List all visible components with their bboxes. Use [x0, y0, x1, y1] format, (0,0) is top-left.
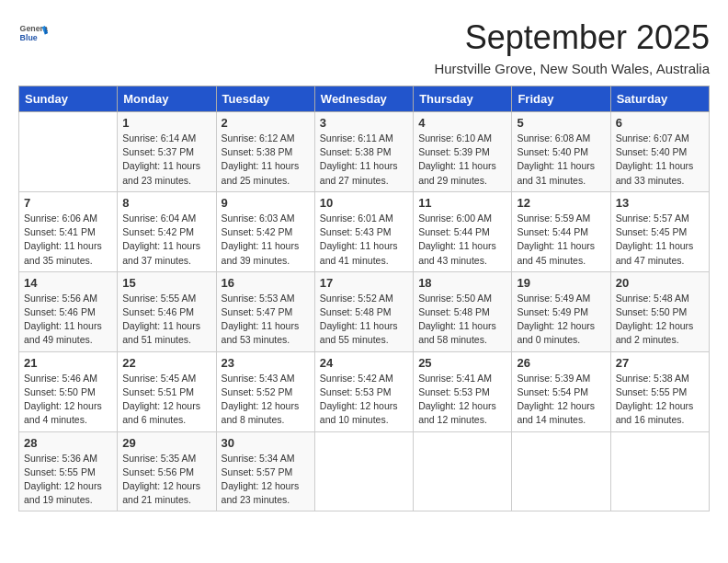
day-number: 22	[122, 356, 210, 370]
calendar-cell: 15Sunrise: 5:55 AM Sunset: 5:46 PM Dayli…	[118, 271, 216, 351]
day-number: 20	[616, 276, 704, 290]
day-info: Sunrise: 5:59 AM Sunset: 5:44 PM Dayligh…	[517, 212, 605, 268]
day-number: 16	[222, 276, 310, 290]
day-of-week-header: Wednesday	[314, 86, 413, 112]
calendar-cell: 4Sunrise: 6:10 AM Sunset: 5:39 PM Daylig…	[414, 112, 512, 192]
day-info: Sunrise: 6:14 AM Sunset: 5:37 PM Dayligh…	[122, 132, 210, 188]
day-number: 28	[24, 436, 112, 450]
empty-cell	[512, 431, 610, 511]
day-number: 4	[418, 116, 506, 130]
day-number: 23	[222, 356, 310, 370]
empty-cell	[314, 431, 413, 511]
calendar-cell: 2Sunrise: 6:12 AM Sunset: 5:38 PM Daylig…	[216, 112, 314, 192]
day-info: Sunrise: 5:50 AM Sunset: 5:48 PM Dayligh…	[418, 292, 506, 348]
day-of-week-header: Sunday	[19, 86, 118, 112]
calendar-cell: 16Sunrise: 5:53 AM Sunset: 5:47 PM Dayli…	[216, 271, 314, 351]
day-info: Sunrise: 5:53 AM Sunset: 5:47 PM Dayligh…	[222, 292, 310, 348]
calendar-cell: 25Sunrise: 5:41 AM Sunset: 5:53 PM Dayli…	[414, 351, 512, 431]
calendar-cell: 17Sunrise: 5:52 AM Sunset: 5:48 PM Dayli…	[314, 271, 413, 351]
day-info: Sunrise: 6:12 AM Sunset: 5:38 PM Dayligh…	[222, 132, 310, 188]
calendar-cell: 6Sunrise: 6:07 AM Sunset: 5:40 PM Daylig…	[610, 112, 709, 192]
header: General Blue September 2025 Hurstville G…	[18, 18, 710, 76]
day-number: 26	[517, 356, 605, 370]
day-of-week-header: Saturday	[610, 86, 709, 112]
day-number: 19	[517, 276, 605, 290]
calendar-cell: 8Sunrise: 6:04 AM Sunset: 5:42 PM Daylig…	[118, 191, 216, 271]
day-of-week-header: Thursday	[414, 86, 512, 112]
day-number: 11	[418, 196, 506, 210]
day-info: Sunrise: 5:41 AM Sunset: 5:53 PM Dayligh…	[418, 372, 506, 428]
calendar-cell: 29Sunrise: 5:35 AM Sunset: 5:56 PM Dayli…	[118, 431, 216, 511]
logo: General Blue	[18, 18, 48, 48]
day-info: Sunrise: 5:56 AM Sunset: 5:46 PM Dayligh…	[24, 292, 112, 348]
svg-text:Blue: Blue	[20, 33, 38, 42]
day-number: 21	[24, 356, 112, 370]
day-info: Sunrise: 6:01 AM Sunset: 5:43 PM Dayligh…	[320, 212, 408, 268]
calendar-cell: 10Sunrise: 6:01 AM Sunset: 5:43 PM Dayli…	[314, 191, 413, 271]
day-info: Sunrise: 5:52 AM Sunset: 5:48 PM Dayligh…	[320, 292, 408, 348]
calendar-cell: 7Sunrise: 6:06 AM Sunset: 5:41 PM Daylig…	[19, 191, 118, 271]
calendar-cell: 18Sunrise: 5:50 AM Sunset: 5:48 PM Dayli…	[414, 271, 512, 351]
day-number: 18	[418, 276, 506, 290]
day-info: Sunrise: 6:06 AM Sunset: 5:41 PM Dayligh…	[24, 212, 112, 268]
calendar-cell: 19Sunrise: 5:49 AM Sunset: 5:49 PM Dayli…	[512, 271, 610, 351]
day-number: 30	[222, 436, 310, 450]
day-number: 6	[616, 116, 704, 130]
day-info: Sunrise: 5:43 AM Sunset: 5:52 PM Dayligh…	[222, 372, 310, 428]
calendar-cell: 30Sunrise: 5:34 AM Sunset: 5:57 PM Dayli…	[216, 431, 314, 511]
day-number: 1	[122, 116, 210, 130]
day-number: 7	[24, 196, 112, 210]
calendar-cell: 21Sunrise: 5:46 AM Sunset: 5:50 PM Dayli…	[19, 351, 118, 431]
day-info: Sunrise: 5:42 AM Sunset: 5:53 PM Dayligh…	[320, 372, 408, 428]
day-number: 13	[616, 196, 704, 210]
day-number: 15	[122, 276, 210, 290]
day-number: 24	[320, 356, 408, 370]
day-number: 10	[320, 196, 408, 210]
calendar-cell: 3Sunrise: 6:11 AM Sunset: 5:38 PM Daylig…	[314, 112, 413, 192]
calendar-cell: 11Sunrise: 6:00 AM Sunset: 5:44 PM Dayli…	[414, 191, 512, 271]
month-title: September 2025	[465, 18, 710, 57]
day-number: 8	[122, 196, 210, 210]
day-info: Sunrise: 6:11 AM Sunset: 5:38 PM Dayligh…	[320, 132, 408, 188]
calendar-cell: 26Sunrise: 5:39 AM Sunset: 5:54 PM Dayli…	[512, 351, 610, 431]
calendar-cell: 28Sunrise: 5:36 AM Sunset: 5:55 PM Dayli…	[19, 431, 118, 511]
day-info: Sunrise: 5:38 AM Sunset: 5:55 PM Dayligh…	[616, 372, 704, 428]
day-of-week-header: Tuesday	[216, 86, 314, 112]
day-info: Sunrise: 6:00 AM Sunset: 5:44 PM Dayligh…	[418, 212, 506, 268]
calendar-cell: 20Sunrise: 5:48 AM Sunset: 5:50 PM Dayli…	[610, 271, 709, 351]
day-info: Sunrise: 5:48 AM Sunset: 5:50 PM Dayligh…	[616, 292, 704, 348]
empty-cell	[610, 431, 709, 511]
day-info: Sunrise: 5:49 AM Sunset: 5:49 PM Dayligh…	[517, 292, 605, 348]
calendar-cell: 23Sunrise: 5:43 AM Sunset: 5:52 PM Dayli…	[216, 351, 314, 431]
day-info: Sunrise: 5:45 AM Sunset: 5:51 PM Dayligh…	[122, 372, 210, 428]
day-info: Sunrise: 5:55 AM Sunset: 5:46 PM Dayligh…	[122, 292, 210, 348]
calendar-cell: 13Sunrise: 5:57 AM Sunset: 5:45 PM Dayli…	[610, 191, 709, 271]
day-of-week-header: Monday	[118, 86, 216, 112]
day-of-week-header: Friday	[512, 86, 610, 112]
day-number: 29	[122, 436, 210, 450]
empty-cell	[19, 112, 118, 192]
day-info: Sunrise: 5:39 AM Sunset: 5:54 PM Dayligh…	[517, 372, 605, 428]
empty-cell	[414, 431, 512, 511]
location: Hurstville Grove, New South Wales, Austr…	[18, 61, 710, 76]
calendar-cell: 24Sunrise: 5:42 AM Sunset: 5:53 PM Dayli…	[314, 351, 413, 431]
day-info: Sunrise: 6:08 AM Sunset: 5:40 PM Dayligh…	[517, 132, 605, 188]
calendar-cell: 14Sunrise: 5:56 AM Sunset: 5:46 PM Dayli…	[19, 271, 118, 351]
day-info: Sunrise: 6:04 AM Sunset: 5:42 PM Dayligh…	[122, 212, 210, 268]
day-number: 14	[24, 276, 112, 290]
calendar-cell: 12Sunrise: 5:59 AM Sunset: 5:44 PM Dayli…	[512, 191, 610, 271]
day-info: Sunrise: 5:57 AM Sunset: 5:45 PM Dayligh…	[616, 212, 704, 268]
day-info: Sunrise: 6:07 AM Sunset: 5:40 PM Dayligh…	[616, 132, 704, 188]
day-number: 3	[320, 116, 408, 130]
day-info: Sunrise: 5:34 AM Sunset: 5:57 PM Dayligh…	[222, 452, 310, 508]
day-number: 5	[517, 116, 605, 130]
day-info: Sunrise: 5:35 AM Sunset: 5:56 PM Dayligh…	[122, 452, 210, 508]
day-info: Sunrise: 5:46 AM Sunset: 5:50 PM Dayligh…	[24, 372, 112, 428]
calendar-cell: 27Sunrise: 5:38 AM Sunset: 5:55 PM Dayli…	[610, 351, 709, 431]
calendar-cell: 5Sunrise: 6:08 AM Sunset: 5:40 PM Daylig…	[512, 112, 610, 192]
day-info: Sunrise: 6:03 AM Sunset: 5:42 PM Dayligh…	[222, 212, 310, 268]
day-number: 17	[320, 276, 408, 290]
calendar-cell: 9Sunrise: 6:03 AM Sunset: 5:42 PM Daylig…	[216, 191, 314, 271]
day-number: 25	[418, 356, 506, 370]
calendar-cell: 22Sunrise: 5:45 AM Sunset: 5:51 PM Dayli…	[118, 351, 216, 431]
